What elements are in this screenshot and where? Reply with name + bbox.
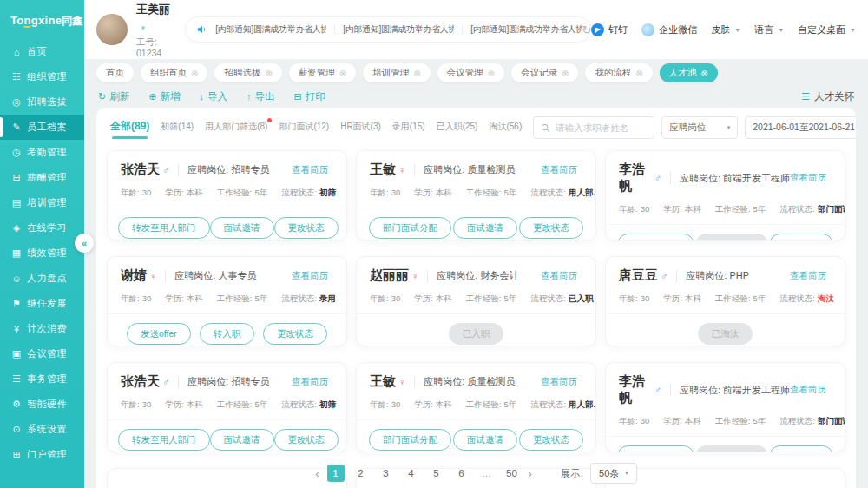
card-action-button[interactable]: 面试邀请 [453, 429, 517, 451]
tab-close-icon[interactable]: ⊗ [562, 69, 569, 78]
page-number[interactable]: 1 [327, 465, 345, 482]
talent-care-button[interactable]: ☰ 人才关怀 [801, 90, 854, 103]
card-action-button[interactable]: 更改状态 [519, 429, 583, 451]
sidebar-item[interactable]: ◈ 在线学习 [0, 215, 84, 241]
date-range-picker[interactable]: 2021-06-01至2021-06-21 [745, 116, 856, 139]
filter-tab[interactable]: 录用(15) [392, 121, 425, 135]
toolbar-add-button[interactable]: ⊕ 新增 [148, 90, 180, 103]
card-action-button[interactable]: 面试邀请 [453, 217, 517, 239]
page-number[interactable]: 5 [428, 465, 445, 482]
card-action-button[interactable]: 更改状态 [769, 234, 833, 241]
notice-item[interactable]: [内部通知]圆满成功举办省人协会员... [215, 23, 326, 36]
tab-close-icon[interactable]: ⊗ [339, 69, 346, 78]
card-action-button[interactable]: 发送offer [127, 323, 191, 345]
view-resume-link[interactable]: 查看简历 [541, 376, 577, 388]
sidebar-item[interactable]: ▤ 培训管理 [0, 190, 84, 215]
sidebar-item[interactable]: ⊞ 门户管理 [0, 442, 84, 467]
card-action-button[interactable]: 转发至用人部门 [118, 429, 210, 451]
view-resume-link[interactable]: 查看简历 [790, 384, 826, 396]
view-resume-link[interactable]: 查看简历 [292, 376, 328, 388]
view-resume-link[interactable]: 查看简历 [790, 172, 826, 184]
filter-tab[interactable]: 淘汰(56) [489, 121, 522, 135]
tab-close-icon[interactable]: ⊗ [700, 69, 707, 78]
page-number[interactable]: 2 [352, 465, 370, 482]
tab-close-icon[interactable]: ⊗ [191, 69, 198, 78]
view-resume-link[interactable]: 查看简历 [292, 270, 328, 282]
toolbar-print-button[interactable]: ⊟ 打印 [293, 90, 325, 103]
sidebar-item[interactable]: ✎ 员工档案 [0, 115, 84, 140]
user-name[interactable]: 王美丽 [136, 3, 170, 16]
filter-tab[interactable]: 初筛(14) [161, 121, 194, 135]
filter-tab[interactable]: HR面试(3) [340, 121, 381, 135]
sidebar-collapse-button[interactable]: « [75, 234, 94, 253]
user-avatar[interactable] [96, 14, 128, 45]
custom-desktop-dropdown[interactable]: 自定义桌面 ▼ [798, 23, 856, 36]
sidebar-item[interactable]: ▦ 绩效管理 [0, 241, 84, 266]
sidebar-item[interactable]: ◎ 招聘选拔 [0, 89, 84, 115]
next-page-button[interactable]: › [529, 467, 532, 480]
filter-tab[interactable]: 部门面试(12) [279, 121, 329, 135]
card-action-button[interactable]: 部门面试分配 [369, 217, 451, 239]
sidebar-item[interactable]: ⊙ 系统设置 [0, 417, 84, 442]
toolbar-refresh-button[interactable]: ↻ 刷新 [98, 90, 129, 103]
sidebar-item[interactable]: ☰ 事务管理 [0, 366, 84, 392]
view-resume-link[interactable]: 查看简历 [790, 270, 826, 282]
page-number[interactable]: 3 [378, 465, 395, 482]
page-number[interactable]: 4 [403, 465, 420, 482]
sidebar-item[interactable]: ⊟ 薪酬管理 [0, 165, 84, 190]
prev-page-button[interactable]: ‹ [315, 467, 319, 480]
filter-tab[interactable]: 已入职(25) [437, 121, 478, 135]
filter-tab[interactable]: 用人部门筛选(8) [205, 121, 267, 135]
sidebar-item[interactable]: ⌂ 首页 [0, 39, 84, 64]
sidebar-item[interactable]: ¥ 计次消费 [0, 316, 84, 341]
tab-close-icon[interactable]: ⊗ [488, 69, 495, 78]
card-action-button[interactable]: 更改状态 [263, 323, 327, 345]
notice-item[interactable]: [内部通知]圆满成功举办省人协会员... [470, 23, 582, 36]
page-tab[interactable]: 会议管理 ⊗ [437, 63, 504, 82]
user-caret-icon[interactable]: ▼ [140, 24, 147, 32]
card-action-button[interactable]: 面试邀请 [210, 429, 274, 451]
filter-tab[interactable]: 全部(89) [110, 119, 149, 136]
card-action-button[interactable]: 更改状态 [769, 445, 833, 452]
card-action-button[interactable]: 转发至用人部门 [118, 217, 210, 239]
page-tab[interactable]: 人才池 ⊗ [660, 63, 718, 82]
sidebar-item[interactable]: ◷ 考勤管理 [0, 140, 84, 165]
page-tab[interactable]: 招聘选拔 ⊗ [214, 63, 281, 82]
toolbar-export-button[interactable]: ↑ 导出 [247, 90, 275, 103]
page-tab[interactable]: 会议记录 ⊗ [511, 63, 578, 82]
tab-close-icon[interactable]: ⊗ [413, 69, 420, 78]
wecom-link[interactable]: 企业微信 [641, 23, 697, 36]
skin-dropdown[interactable]: 皮肤 ▼ [711, 23, 740, 36]
page-tab[interactable]: 我的流程 ⊗ [585, 63, 652, 82]
sidebar-item[interactable]: ⚑ 继任发展 [0, 291, 84, 316]
view-resume-link[interactable]: 查看简历 [292, 164, 328, 176]
sidebar-item[interactable]: ▣ 会议管理 [0, 341, 84, 366]
page-number[interactable]: 6 [453, 465, 470, 482]
sidebar-item[interactable]: ☷ 组织管理 [0, 64, 84, 89]
view-resume-link[interactable]: 查看简历 [541, 164, 577, 176]
search-input[interactable] [556, 122, 647, 133]
tab-close-icon[interactable]: ⊗ [635, 69, 642, 78]
position-select[interactable]: 应聘岗位 ▾ [661, 116, 738, 139]
page-tab[interactable]: 薪资管理 ⊗ [289, 63, 356, 82]
card-action-button[interactable]: HR面试分配 [617, 234, 694, 241]
dingtalk-link[interactable]: 钉钉 [591, 23, 628, 36]
language-dropdown[interactable]: 语言 ▼ [754, 23, 784, 36]
card-action-button[interactable]: 转入职 [200, 323, 255, 345]
page-number[interactable]: 50 [503, 465, 521, 482]
card-action-button[interactable]: 更改状态 [274, 429, 339, 451]
sidebar-item[interactable]: ☺ 人力盘点 [0, 266, 84, 291]
page-tab[interactable]: 首页 [96, 63, 134, 82]
card-action-button[interactable]: HR面试分配 [617, 445, 694, 452]
tab-close-icon[interactable]: ⊗ [265, 69, 272, 78]
toolbar-import-button[interactable]: ↓ 导入 [199, 90, 227, 103]
card-action-button[interactable]: 更改状态 [274, 217, 339, 239]
refresh-notices-icon[interactable]: ↻ [582, 23, 591, 36]
page-tab[interactable]: 组织首页 ⊗ [141, 63, 207, 82]
card-action-button[interactable]: 面试邀请 [210, 217, 274, 239]
card-action-button[interactable]: 更改状态 [519, 217, 583, 239]
page-tab[interactable]: 培训管理 ⊗ [363, 63, 430, 82]
page-size-select[interactable]: 50条 ▾ [590, 463, 637, 484]
card-action-button[interactable]: 部门面试分配 [369, 429, 451, 451]
notice-item[interactable]: [内部通知]圆满成功举办省人协会员... [343, 23, 454, 36]
